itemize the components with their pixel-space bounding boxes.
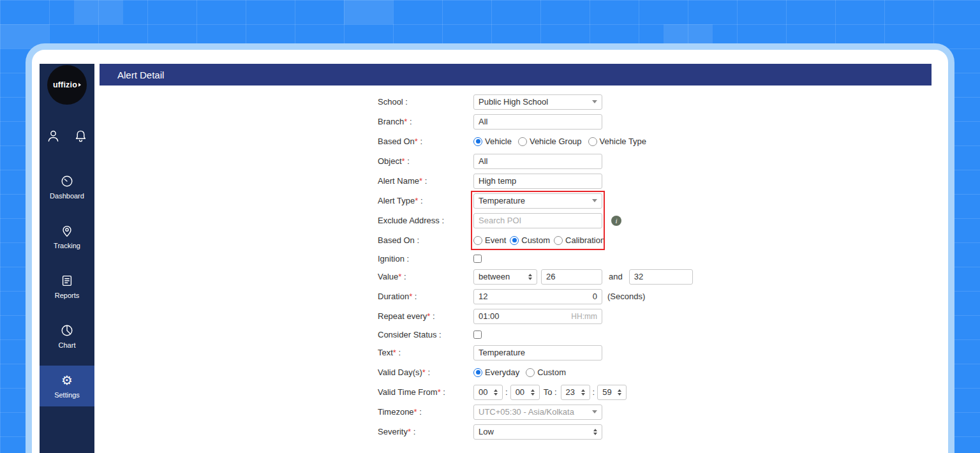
school-select[interactable]: Public High School bbox=[473, 94, 602, 110]
repeat-every-input[interactable]: 01:00 HH:mm bbox=[473, 309, 602, 324]
consider-status-checkbox[interactable] bbox=[473, 330, 482, 339]
duration-value: 12 bbox=[479, 292, 487, 301]
timezone-select[interactable]: UTC+05:30 - Asia/Kolkata bbox=[473, 405, 602, 420]
time-separator: : bbox=[593, 387, 595, 397]
text-input[interactable] bbox=[473, 345, 602, 360]
label-colon: : bbox=[437, 330, 442, 339]
radio-label: Vehicle Group bbox=[530, 137, 582, 146]
form-row-severity: Severity* : Low bbox=[378, 422, 940, 442]
sidebar-item-tracking[interactable]: Tracking bbox=[40, 216, 94, 257]
chart-icon bbox=[60, 323, 74, 338]
radio-option-vehicle[interactable]: Vehicle bbox=[473, 137, 512, 146]
form-row-alert-type: Alert Type* : Temperature bbox=[378, 191, 940, 211]
radio-icon bbox=[554, 236, 563, 245]
field-label: Based On* : bbox=[378, 137, 473, 146]
bell-icon[interactable] bbox=[73, 129, 88, 144]
value-operator-select[interactable]: between bbox=[473, 269, 537, 285]
radio-label: Vehicle Type bbox=[600, 137, 646, 146]
label-colon: : bbox=[422, 176, 427, 186]
radio-label: Custom bbox=[521, 235, 550, 245]
radio-icon bbox=[526, 368, 535, 377]
label-colon: : bbox=[405, 156, 410, 166]
from-hour-select[interactable]: 00 bbox=[473, 385, 503, 400]
form-row-branch: Branch* : bbox=[378, 112, 940, 131]
label-colon: : bbox=[417, 407, 422, 417]
page-header: Alert Detail bbox=[100, 64, 932, 85]
radio-option-custom-days[interactable]: Custom bbox=[526, 368, 566, 377]
logo[interactable]: uffizio bbox=[47, 65, 87, 105]
form-row-object: Object* : bbox=[378, 151, 940, 171]
radio-option-everyday[interactable]: Everyday bbox=[473, 368, 519, 377]
label-text: Based On bbox=[378, 235, 415, 245]
spinner-icon bbox=[494, 389, 498, 396]
exclude-address-input[interactable] bbox=[473, 213, 602, 228]
object-input[interactable] bbox=[473, 154, 602, 169]
value-to-input[interactable] bbox=[629, 269, 693, 285]
sidebar-item-dashboard[interactable]: Dashboard bbox=[40, 167, 94, 207]
radio-option-event[interactable]: Event bbox=[473, 235, 506, 245]
branch-input[interactable] bbox=[473, 114, 602, 130]
form-row-valid-days: Valid Day(s)* : Everyday Custom bbox=[378, 362, 940, 382]
spinner-icon bbox=[531, 389, 535, 396]
reports-icon bbox=[60, 274, 74, 288]
sidebar-item-chart[interactable]: Chart bbox=[40, 316, 94, 357]
info-icon[interactable]: i bbox=[611, 216, 621, 226]
from-minute-select[interactable]: 00 bbox=[510, 385, 540, 400]
field-label: Ignition : bbox=[378, 254, 473, 264]
radio-icon bbox=[473, 368, 482, 377]
sidebar-item-reports[interactable]: Reports bbox=[40, 266, 94, 307]
to-minute-select[interactable]: 59 bbox=[597, 385, 627, 400]
to-hour-select[interactable]: 23 bbox=[561, 385, 590, 400]
caret-down-icon bbox=[592, 199, 597, 202]
sidebar-item-label: Chart bbox=[59, 341, 76, 349]
user-icon[interactable] bbox=[46, 129, 61, 144]
duration-input[interactable]: 12 0 bbox=[473, 289, 602, 304]
select-value: 00 bbox=[479, 387, 487, 397]
valid-days-radio-group: Everyday Custom bbox=[473, 368, 566, 377]
select-value: 00 bbox=[516, 387, 524, 397]
form-row-text: Text* : bbox=[378, 343, 940, 362]
radio-icon bbox=[473, 236, 482, 245]
select-value: Public High School bbox=[479, 97, 548, 107]
spinner-icon bbox=[593, 429, 597, 435]
radio-icon bbox=[510, 236, 519, 245]
radio-label: Calibration bbox=[565, 235, 605, 245]
label-colon: : bbox=[440, 216, 444, 225]
severity-select[interactable]: Low bbox=[473, 424, 602, 440]
label-colon: : bbox=[411, 427, 415, 436]
radio-option-vehicle-group[interactable]: Vehicle Group bbox=[518, 137, 582, 146]
radio-option-calibration[interactable]: Calibration bbox=[554, 235, 605, 245]
settings-gear-icon: ⚙ bbox=[61, 373, 73, 387]
tracking-icon bbox=[60, 224, 74, 238]
field-label: Valid Day(s)* : bbox=[378, 368, 473, 377]
logo-text: uffizio bbox=[53, 80, 77, 89]
label-text: Based On bbox=[378, 137, 415, 146]
field-label: Exclude Address : bbox=[378, 216, 473, 225]
radio-option-vehicle-type[interactable]: Vehicle Type bbox=[588, 137, 646, 146]
form-row-based-on-mode: Based On : Event Custom Calibration bbox=[378, 230, 940, 250]
form-row-ignition: Ignition : bbox=[378, 250, 940, 267]
label-colon: : bbox=[415, 235, 419, 245]
field-label: Branch* : bbox=[378, 117, 473, 126]
sidebar-item-label: Dashboard bbox=[50, 192, 84, 200]
radio-label: Everyday bbox=[485, 368, 519, 377]
select-value: Temperature bbox=[479, 196, 525, 205]
time-format-hint: HH:mm bbox=[571, 312, 597, 321]
radio-option-custom[interactable]: Custom bbox=[510, 235, 550, 245]
based-on-mode-radio-group: Event Custom Calibration bbox=[473, 235, 605, 245]
label-colon: : bbox=[407, 117, 412, 126]
page-title: Alert Detail bbox=[117, 70, 164, 80]
value-from-input[interactable] bbox=[541, 269, 602, 285]
form-row-school: School : Public High School bbox=[378, 92, 940, 112]
radio-label: Event bbox=[485, 235, 506, 245]
field-label: Duration* : bbox=[378, 292, 473, 301]
alert-name-input[interactable] bbox=[473, 174, 602, 189]
field-label: Value* : bbox=[378, 272, 473, 281]
label-colon: : bbox=[396, 348, 401, 357]
grid-decor bbox=[74, 0, 123, 24]
sidebar-item-settings[interactable]: ⚙ Settings bbox=[40, 366, 94, 406]
alert-type-select[interactable]: Temperature bbox=[473, 193, 602, 209]
field-label: Severity* : bbox=[378, 427, 473, 436]
label-colon: : bbox=[405, 254, 409, 264]
ignition-checkbox[interactable] bbox=[473, 255, 482, 263]
